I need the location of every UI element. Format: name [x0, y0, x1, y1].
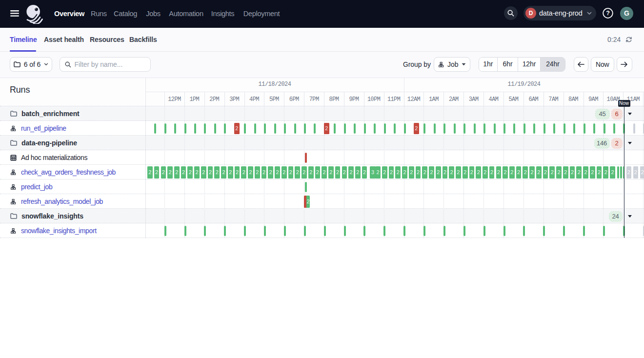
svg-text:?: ? — [606, 10, 610, 17]
